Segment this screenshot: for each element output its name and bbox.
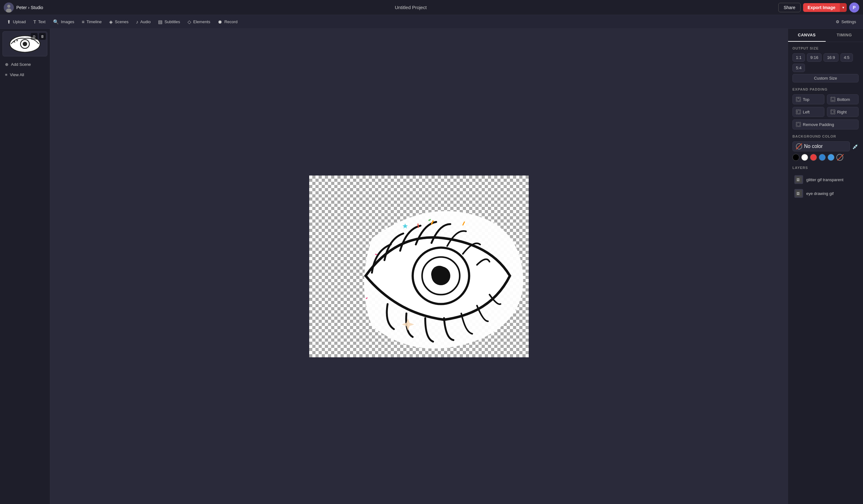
delete-scene-button[interactable]: 🗑 (39, 33, 46, 40)
sidebar-left: ⧉ 🗑 ⊕ Add Scene ≡ View All (0, 29, 50, 504)
svg-point-5 (23, 42, 27, 46)
toolbar-elements[interactable]: ◇ Elements (184, 17, 213, 27)
layer-thumb-1: 🖼 (794, 175, 803, 184)
padding-right-label: Right (837, 110, 847, 114)
no-color-swatch[interactable]: No color (792, 141, 850, 151)
padding-left-icon (796, 109, 801, 114)
scene-thumb-actions: ⧉ 🗑 (31, 33, 46, 40)
background-color-section: BACKGROUND COLOR No color 💉 (792, 135, 859, 161)
eyedropper-button[interactable]: 💉 (852, 143, 859, 150)
color-swatches (792, 154, 859, 161)
layer-name-1: glitter gif transparent (806, 177, 843, 182)
no-color-label: No color (804, 143, 823, 149)
panel-body: OUTPUT SIZE 1:1 9:16 16:9 4:5 5:4 Custom… (788, 42, 863, 504)
output-size-grid: 1:1 9:16 16:9 4:5 5:4 Custom Size (792, 53, 859, 83)
size-9-16[interactable]: 9:16 (807, 53, 822, 62)
share-button[interactable]: Share (778, 3, 801, 12)
toolbar: ⬆ Upload T Text 🔍 Images ≡ Timeline ◈ Sc… (0, 15, 863, 29)
tab-timing[interactable]: TIMING (826, 29, 863, 42)
padding-top-button[interactable]: Top (792, 94, 824, 104)
top-bar-right: Share Export Image ▾ P (778, 2, 859, 13)
bg-color-label: BACKGROUND COLOR (792, 135, 859, 138)
remove-padding-button[interactable]: Remove Padding (792, 119, 859, 129)
swatch-none[interactable] (836, 154, 843, 161)
toolbar-audio[interactable]: ♪ Audio (133, 17, 154, 26)
add-scene-button[interactable]: ⊕ Add Scene (2, 60, 47, 68)
padding-top-icon (796, 97, 801, 102)
add-scene-label: Add Scene (11, 62, 31, 67)
toolbar-scenes[interactable]: ◈ Scenes (106, 17, 132, 27)
layer-thumb-2: 🖼 (794, 189, 803, 198)
padding-grid: Top Bottom Left (792, 94, 859, 117)
layers-label: LAYERS (792, 166, 859, 169)
swatch-black[interactable] (792, 154, 799, 161)
toolbar-audio-label: Audio (140, 20, 151, 24)
toolbar-text-label: Text (38, 20, 46, 24)
canvas-wrapper[interactable] (309, 176, 529, 357)
toolbar-subtitles[interactable]: ▤ Subtitles (155, 17, 183, 27)
breadcrumb-user[interactable]: Peter (16, 5, 27, 10)
padding-left-button[interactable]: Left (792, 107, 824, 117)
text-icon: T (33, 19, 36, 24)
user-avatar-icon[interactable] (4, 2, 14, 13)
export-dropdown-button[interactable]: ▾ (840, 3, 847, 12)
breadcrumb: Peter › Studio (16, 5, 43, 10)
toolbar-timeline-label: Timeline (87, 20, 102, 24)
scenes-icon: ◈ (109, 19, 113, 25)
main-area: ⧉ 🗑 ⊕ Add Scene ≡ View All (0, 29, 863, 504)
padding-top-label: Top (803, 97, 809, 102)
toolbar-record[interactable]: ⏺ Record (214, 17, 240, 26)
gear-icon: ⚙ (836, 20, 839, 24)
remove-padding-icon (796, 122, 801, 127)
right-panel: CANVAS TIMING OUTPUT SIZE 1:1 9:16 16:9 … (788, 29, 863, 504)
export-image-button[interactable]: Export Image (803, 3, 840, 12)
swatch-blue2[interactable] (828, 154, 835, 161)
swatch-blue[interactable] (819, 154, 826, 161)
size-4-5[interactable]: 4:5 (840, 53, 853, 62)
padding-right-button[interactable]: Right (827, 107, 859, 117)
toolbar-images[interactable]: 🔍 Images (50, 17, 77, 27)
svg-text:🖼: 🖼 (797, 192, 800, 195)
duplicate-scene-button[interactable]: ⧉ (31, 33, 38, 40)
output-size-label: OUTPUT SIZE (792, 46, 859, 50)
breadcrumb-parent[interactable]: Studio (31, 5, 43, 10)
swatch-white[interactable] (801, 154, 808, 161)
settings-button[interactable]: ⚙ Settings (833, 17, 859, 26)
top-bar: Peter › Studio Untitled Project Share Ex… (0, 0, 863, 15)
padding-bottom-label: Bottom (837, 97, 850, 102)
project-title: Untitled Project (395, 5, 427, 10)
size-5-4[interactable]: 5:4 (792, 64, 805, 72)
scene-thumbnail[interactable]: ⧉ 🗑 (2, 32, 47, 56)
expand-padding-label: EXPAND PADDING (792, 87, 859, 91)
toolbar-subtitles-label: Subtitles (164, 20, 180, 24)
canvas-area (50, 29, 788, 504)
record-icon: ⏺ (217, 19, 222, 24)
toolbar-upload[interactable]: ⬆ Upload (4, 17, 29, 27)
subtitles-icon: ▤ (158, 19, 162, 25)
custom-size-button[interactable]: Custom Size (792, 74, 859, 83)
toolbar-timeline[interactable]: ≡ Timeline (79, 17, 105, 26)
size-16-9[interactable]: 16:9 (824, 53, 838, 62)
toolbar-text[interactable]: T Text (30, 17, 49, 26)
toolbar-scenes-label: Scenes (115, 20, 128, 24)
settings-label: Settings (841, 20, 856, 24)
svg-point-1 (7, 5, 10, 8)
tab-canvas[interactable]: CANVAS (788, 29, 826, 42)
view-all-button[interactable]: ≡ View All (2, 71, 47, 79)
layer-item-2[interactable]: 🖼 eye drawing gif (792, 187, 859, 200)
no-color-icon (796, 143, 802, 150)
svg-rect-24 (797, 123, 800, 126)
toolbar-elements-label: Elements (193, 20, 210, 24)
sidebar-actions: ⊕ Add Scene ≡ View All (2, 60, 47, 79)
size-1-1[interactable]: 1:1 (792, 53, 805, 62)
svg-text:🖼: 🖼 (797, 178, 800, 181)
toolbar-upload-label: Upload (13, 20, 26, 24)
swatch-red[interactable] (810, 154, 817, 161)
view-all-icon: ≡ (5, 72, 8, 77)
upload-icon: ⬆ (7, 19, 11, 25)
user-initial-avatar[interactable]: P (849, 2, 859, 13)
padding-bottom-button[interactable]: Bottom (827, 94, 859, 104)
toolbar-record-label: Record (224, 20, 237, 24)
layer-item-1[interactable]: 🖼 glitter gif transparent (792, 173, 859, 187)
panel-tabs: CANVAS TIMING (788, 29, 863, 42)
